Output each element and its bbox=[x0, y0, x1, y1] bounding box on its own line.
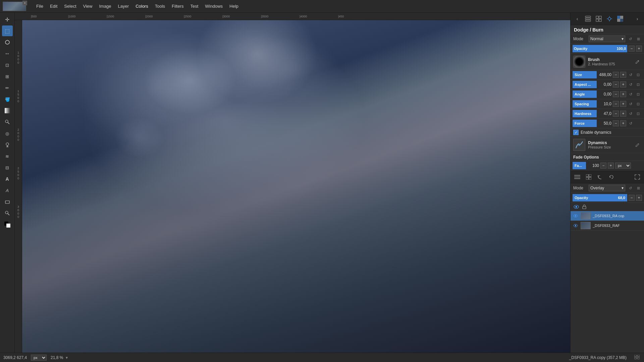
angle-reset[interactable]: ↺ bbox=[628, 91, 634, 97]
aspect-decrement[interactable]: − bbox=[613, 81, 619, 87]
force-decrement[interactable]: − bbox=[613, 120, 619, 126]
hardness-decrement[interactable]: − bbox=[613, 111, 619, 117]
aspect-increment[interactable]: + bbox=[620, 81, 626, 87]
size-increment[interactable]: + bbox=[620, 72, 626, 78]
size-slider[interactable]: Size bbox=[573, 71, 597, 78]
tool-lasso[interactable] bbox=[2, 37, 13, 48]
hardness-reset[interactable]: ↺ bbox=[628, 111, 634, 117]
tool-paint-bucket[interactable]: 🪣 bbox=[2, 94, 13, 105]
menu-edit[interactable]: Edit bbox=[47, 2, 61, 10]
menu-filters[interactable]: Filters bbox=[168, 2, 187, 10]
menu-select[interactable]: Select bbox=[61, 2, 79, 10]
ptab-undo[interactable] bbox=[607, 172, 616, 182]
menu-colors[interactable]: Colors bbox=[132, 2, 152, 10]
angle-increment[interactable]: + bbox=[620, 91, 626, 97]
tool-pencil[interactable]: ✏ bbox=[2, 82, 13, 93]
panel-layers-btn[interactable] bbox=[583, 14, 593, 23]
menu-file[interactable]: File bbox=[33, 2, 47, 10]
fade-decrement[interactable]: − bbox=[600, 163, 606, 169]
menu-help[interactable]: Help bbox=[226, 2, 242, 10]
force-slider[interactable]: Force bbox=[573, 120, 597, 127]
canvas-area[interactable] bbox=[22, 20, 570, 353]
tool-measure[interactable]: ⊞ bbox=[2, 71, 13, 82]
bottom-mode-expand[interactable]: ⊞ bbox=[635, 185, 641, 191]
angle-slider[interactable]: Angle bbox=[573, 90, 597, 98]
bottom-opacity-decrement[interactable]: − bbox=[629, 195, 635, 201]
size-reset[interactable]: ↺ bbox=[628, 72, 634, 78]
panel-prev-btn[interactable]: ‹ bbox=[573, 14, 582, 23]
size-decrement[interactable]: − bbox=[613, 72, 619, 78]
brush-edit-btn[interactable] bbox=[634, 58, 641, 65]
panel-grid-btn[interactable] bbox=[594, 14, 603, 23]
layer-eye-icon[interactable] bbox=[573, 204, 579, 210]
opacity-increment[interactable]: + bbox=[636, 46, 642, 52]
fade-increment[interactable]: + bbox=[608, 163, 614, 169]
hardness-slider[interactable]: Hardness bbox=[573, 110, 597, 117]
spacing-increment[interactable]: + bbox=[620, 101, 626, 107]
status-fit-btn[interactable] bbox=[633, 354, 641, 361]
force-increment[interactable]: + bbox=[620, 120, 626, 126]
bottom-opacity-increment[interactable]: + bbox=[636, 195, 642, 201]
opacity-slider[interactable]: Opacity 100,0 bbox=[573, 45, 627, 52]
tool-brush[interactable] bbox=[2, 117, 13, 127]
tool-smudge[interactable]: ≋ bbox=[2, 151, 13, 162]
layer-row-copy[interactable]: _DSF0933_RA cop bbox=[571, 211, 644, 221]
angle-chain[interactable]: ⊡ bbox=[635, 91, 641, 97]
panel-tool-btn[interactable] bbox=[605, 14, 614, 23]
aspect-chain[interactable]: ⊡ bbox=[635, 81, 641, 87]
tool-foreground-bg[interactable] bbox=[2, 219, 13, 230]
layer-eye-base[interactable] bbox=[573, 223, 579, 229]
layer-lock-icon[interactable] bbox=[581, 204, 587, 210]
angle-decrement[interactable]: − bbox=[613, 91, 619, 97]
menu-layer[interactable]: Layer bbox=[115, 2, 132, 10]
layer-eye-copy[interactable] bbox=[573, 213, 579, 219]
zoom-dropdown[interactable]: ▾ bbox=[64, 355, 69, 360]
tool-text-path[interactable]: A bbox=[2, 185, 13, 196]
ptab-grid[interactable] bbox=[584, 172, 593, 182]
layer-row-base[interactable]: _DSF0933_RAF bbox=[571, 221, 644, 231]
menu-windows[interactable]: Windows bbox=[202, 2, 226, 10]
mode-expand-btn[interactable]: ⊞ bbox=[635, 36, 641, 42]
panel-next-btn[interactable]: › bbox=[633, 14, 642, 23]
dynamics-icon[interactable] bbox=[573, 139, 585, 151]
fade-unit-select[interactable]: px mm % bbox=[615, 163, 631, 169]
spacing-decrement[interactable]: − bbox=[613, 101, 619, 107]
tool-zoom[interactable] bbox=[2, 208, 13, 219]
panel-color-btn[interactable] bbox=[615, 14, 625, 23]
tool-text[interactable]: A bbox=[2, 174, 13, 184]
tool-align[interactable]: ⊟ bbox=[2, 162, 13, 173]
menu-test[interactable]: Test bbox=[187, 2, 202, 10]
fade-slider[interactable]: Fa... bbox=[573, 162, 586, 169]
ptab-stack[interactable] bbox=[573, 172, 582, 182]
spacing-reset[interactable]: ↺ bbox=[628, 101, 634, 107]
force-reset[interactable]: ↺ bbox=[628, 120, 634, 126]
size-chain[interactable]: ⊡ bbox=[635, 72, 641, 78]
thumbnail-close[interactable]: × bbox=[22, 1, 27, 5]
hardness-chain[interactable]: ⊡ bbox=[635, 111, 641, 117]
tool-eraser[interactable] bbox=[2, 196, 13, 207]
brush-preview[interactable] bbox=[573, 56, 585, 68]
tool-move[interactable]: ✛ bbox=[2, 14, 13, 25]
mode-dropdown[interactable]: Normal ▾ bbox=[589, 36, 625, 42]
hardness-increment[interactable]: + bbox=[620, 111, 626, 117]
tool-gradient[interactable] bbox=[2, 105, 13, 116]
aspect-slider[interactable]: Aspect ... bbox=[573, 81, 597, 88]
bottom-mode-reset[interactable]: ↺ bbox=[627, 185, 633, 191]
menu-view[interactable]: View bbox=[80, 2, 96, 10]
canvas-thumbnail[interactable]: × bbox=[3, 2, 26, 11]
bottom-mode-dropdown[interactable]: Overlay ▾ bbox=[589, 185, 625, 191]
spacing-chain[interactable]: ⊡ bbox=[635, 101, 641, 107]
menu-tools[interactable]: Tools bbox=[152, 2, 168, 10]
tool-crop[interactable]: ⊡ bbox=[2, 60, 13, 70]
aspect-reset[interactable]: ↺ bbox=[628, 81, 634, 87]
tool-dodge-burn[interactable] bbox=[2, 139, 13, 150]
opacity-decrement[interactable]: − bbox=[629, 46, 635, 52]
tool-airbrush[interactable]: ◎ bbox=[2, 128, 13, 139]
bottom-opacity-slider[interactable]: Opacity 68,0 bbox=[573, 194, 627, 201]
spacing-slider[interactable]: Spacing bbox=[573, 100, 597, 108]
tool-transform[interactable]: ↔ bbox=[2, 48, 13, 59]
ptab-history[interactable] bbox=[595, 172, 605, 182]
dynamics-edit-btn[interactable] bbox=[634, 141, 641, 148]
enable-dynamics-checkbox[interactable]: ✓ bbox=[573, 130, 579, 135]
tool-rectangle-select[interactable]: ⬚ bbox=[2, 25, 13, 36]
